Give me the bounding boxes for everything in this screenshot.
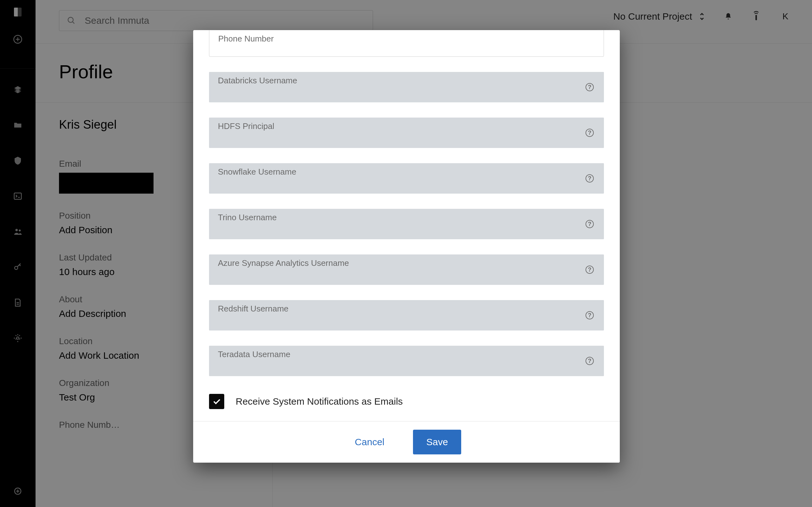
notifications-checkbox[interactable] (209, 394, 224, 409)
modal-backdrop[interactable]: Phone Number Databricks Username ? HDFS … (0, 0, 812, 507)
hdfs-principal-field[interactable]: HDFS Principal ? (209, 118, 604, 148)
trino-username-input[interactable] (218, 226, 585, 236)
teradata-username-label: Teradata Username (218, 349, 595, 359)
databricks-username-field[interactable]: Databricks Username ? (209, 72, 604, 102)
help-icon[interactable]: ? (586, 266, 594, 274)
help-icon[interactable]: ? (586, 311, 594, 320)
redshift-username-field[interactable]: Redshift Username ? (209, 300, 604, 331)
edit-profile-modal: Phone Number Databricks Username ? HDFS … (193, 30, 620, 463)
redshift-username-label: Redshift Username (218, 304, 595, 314)
phone-number-field[interactable]: Phone Number (209, 30, 604, 57)
snowflake-username-input[interactable] (218, 180, 585, 190)
check-icon (212, 397, 221, 406)
save-button[interactable]: Save (413, 430, 461, 454)
trino-username-field[interactable]: Trino Username ? (209, 209, 604, 239)
synapse-username-label: Azure Synapse Analytics Username (218, 258, 595, 268)
help-icon[interactable]: ? (586, 357, 594, 365)
help-icon[interactable]: ? (586, 129, 594, 137)
databricks-username-input[interactable] (218, 89, 585, 99)
synapse-username-field[interactable]: Azure Synapse Analytics Username ? (209, 255, 604, 285)
snowflake-username-field[interactable]: Snowflake Username ? (209, 163, 604, 193)
hdfs-principal-label: HDFS Principal (218, 121, 595, 131)
phone-number-input[interactable] (218, 43, 585, 53)
teradata-username-field[interactable]: Teradata Username ? (209, 346, 604, 376)
help-icon[interactable]: ? (586, 220, 594, 228)
redshift-username-input[interactable] (218, 317, 585, 327)
cancel-button[interactable]: Cancel (352, 430, 388, 454)
databricks-username-label: Databricks Username (218, 76, 595, 86)
modal-footer: Cancel Save (193, 421, 620, 463)
phone-number-label: Phone Number (218, 34, 595, 44)
trino-username-label: Trino Username (218, 213, 595, 222)
synapse-username-input[interactable] (218, 272, 585, 282)
snowflake-username-label: Snowflake Username (218, 167, 595, 177)
hdfs-principal-input[interactable] (218, 135, 585, 145)
help-icon[interactable]: ? (586, 174, 594, 182)
teradata-username-input[interactable] (218, 363, 585, 373)
notifications-checkbox-label: Receive System Notifications as Emails (236, 396, 403, 407)
help-icon[interactable]: ? (586, 83, 594, 91)
